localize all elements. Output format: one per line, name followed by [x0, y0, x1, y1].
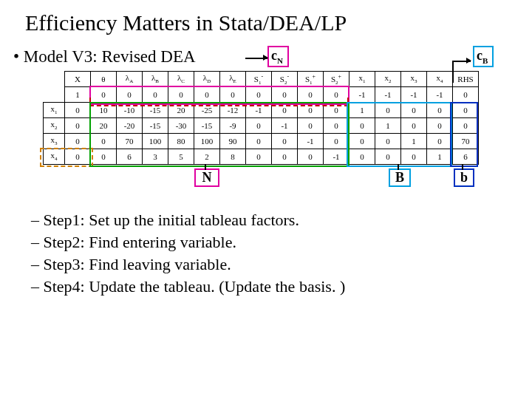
- cell: 8: [220, 149, 246, 165]
- cell: -15: [143, 118, 168, 134]
- hdr-S1p: S1+: [298, 72, 324, 87]
- cell: -15: [194, 118, 220, 134]
- cell: 0: [246, 149, 272, 165]
- steps-block: – Step1: Set up the initial tableau fact…: [13, 211, 519, 296]
- cell: -1: [375, 87, 401, 103]
- cell: 0: [246, 118, 272, 134]
- rowlabel-x1: x1: [44, 103, 65, 118]
- cell: 90: [220, 134, 246, 149]
- row-x4: x4 0 0 6 3 5 2 8 0 0 0 -1 0 0 0 1 6: [44, 149, 479, 165]
- page-title: Efficiency Matters in Stata/DEA/LP: [13, 10, 519, 35]
- cell: 0: [375, 149, 401, 165]
- cell: -1: [427, 87, 453, 103]
- cell: -1: [298, 134, 324, 149]
- cell: 1: [349, 103, 375, 118]
- cell: 0: [375, 134, 401, 149]
- cell: 0: [349, 118, 375, 134]
- cell: 0: [453, 118, 479, 134]
- hdr-x4: x4: [427, 72, 453, 87]
- cell: 20: [168, 103, 194, 118]
- rowlabel-x3: x3: [44, 134, 65, 149]
- cell: 0: [65, 118, 91, 134]
- cell: -20: [117, 118, 143, 134]
- subtitle-text: Model V3: Revised DEA: [24, 47, 196, 66]
- cell: 0: [91, 149, 117, 165]
- cell: 1: [401, 134, 427, 149]
- cell: 0: [453, 103, 479, 118]
- cell: 0: [298, 118, 324, 134]
- badge-cB: cB: [473, 46, 494, 67]
- hdr-S2m: S2-: [272, 72, 298, 87]
- cell: 0: [401, 118, 427, 134]
- step3: – Step3: Find leaving variable.: [31, 255, 519, 274]
- bullet-prefix: •: [13, 47, 24, 66]
- cell: 0: [91, 134, 117, 149]
- cell: -1: [349, 87, 375, 103]
- cell: 0: [220, 87, 246, 103]
- leader-N-down: [205, 164, 206, 170]
- cell: -30: [168, 118, 194, 134]
- hdr-x3: x3: [401, 72, 427, 87]
- label-b: b: [454, 168, 474, 187]
- row-x2: x2 0 20 -20 -15 -30 -15 -9 0 -1 0 0 0 1 …: [44, 118, 479, 134]
- cell: 0: [324, 103, 349, 118]
- cB-c: c: [477, 48, 482, 63]
- leader-b-down: [462, 164, 463, 170]
- row-x1: x1 0 10 -10 -15 20 -25 -12 -1 0 0 0 1 0 …: [44, 103, 479, 118]
- hdr-x2: x2: [375, 72, 401, 87]
- cell: 0: [324, 134, 349, 149]
- cell: 0: [349, 134, 375, 149]
- cell: 0: [246, 134, 272, 149]
- cell: 0: [272, 87, 298, 103]
- cell: 0: [168, 87, 194, 103]
- cell: 1: [375, 118, 401, 134]
- cell: 70: [117, 134, 143, 149]
- hdr-S1m: S1-: [246, 72, 272, 87]
- cell: -9: [220, 118, 246, 134]
- cell: 10: [91, 103, 117, 118]
- cB-sub: B: [482, 56, 488, 65]
- step4: – Step4: Update the tableau. (Update the…: [31, 277, 519, 296]
- cell: 80: [168, 134, 194, 149]
- cell: 0: [427, 103, 453, 118]
- cell: -1: [272, 118, 298, 134]
- cN-sub: N: [277, 56, 283, 65]
- leader-B-down: [398, 164, 399, 170]
- cell: -15: [143, 103, 168, 118]
- hdr-x1: x1: [349, 72, 375, 87]
- cell: 0: [65, 134, 91, 149]
- cell: 0: [324, 118, 349, 134]
- cell: 0: [349, 149, 375, 165]
- cell: 100: [143, 134, 168, 149]
- cell: 100: [194, 134, 220, 149]
- hdr-S2p: S2+: [324, 72, 349, 87]
- cell: 0: [246, 87, 272, 103]
- cell: -10: [117, 103, 143, 118]
- hdr-lE: λE: [220, 72, 246, 87]
- cell: 70: [453, 134, 479, 149]
- row-1: 1 0 0 0 0 0 0 0 0 0 0 -1 -1 -1 -1 0: [44, 87, 479, 103]
- rowlabel-x4: x4: [44, 149, 65, 165]
- cell: 6: [117, 149, 143, 165]
- cell: 0: [298, 103, 324, 118]
- label-B: B: [389, 168, 411, 187]
- hdr-theta: θ: [91, 72, 117, 87]
- cell: 3: [143, 149, 168, 165]
- cell: 0: [453, 87, 479, 103]
- cell: 0: [401, 103, 427, 118]
- header-row: X θ λA λB λC λD λE S1- S2- S1+ S2+ x1 x2…: [44, 72, 479, 87]
- tableau-table: X θ λA λB λC λD λE S1- S2- S1+ S2+ x1 x2…: [43, 71, 479, 165]
- cN-c: c: [271, 48, 277, 63]
- cell: 0: [65, 103, 91, 118]
- hdr-lD: λD: [194, 72, 220, 87]
- cell: -25: [194, 103, 220, 118]
- cell: -1: [324, 149, 349, 165]
- badge-cN: cN: [267, 46, 289, 67]
- leader-cN-arrow: [263, 55, 268, 61]
- cell: 1: [427, 149, 453, 165]
- cell: 0: [298, 87, 324, 103]
- cell: -12: [220, 103, 246, 118]
- leader-cB-arrow: [466, 58, 471, 64]
- step1: – Step1: Set up the initial tableau fact…: [31, 211, 519, 230]
- cell: 2: [194, 149, 220, 165]
